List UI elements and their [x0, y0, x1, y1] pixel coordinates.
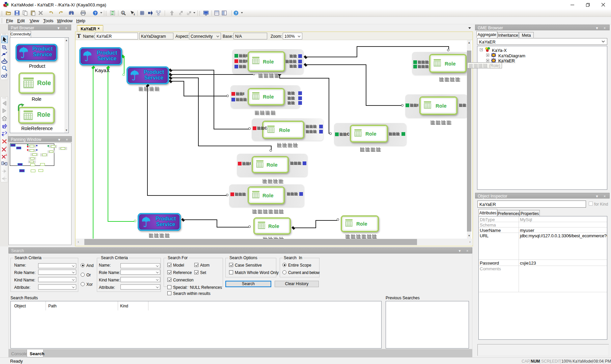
svg-text:-1: -1	[5, 154, 7, 156]
svg-text:*: *	[6, 146, 7, 149]
svg-text:1: 1	[122, 11, 124, 14]
svg-text:1: 1	[134, 13, 135, 16]
svg-text:?: ?	[94, 11, 96, 15]
svg-text:?: ?	[235, 11, 237, 15]
